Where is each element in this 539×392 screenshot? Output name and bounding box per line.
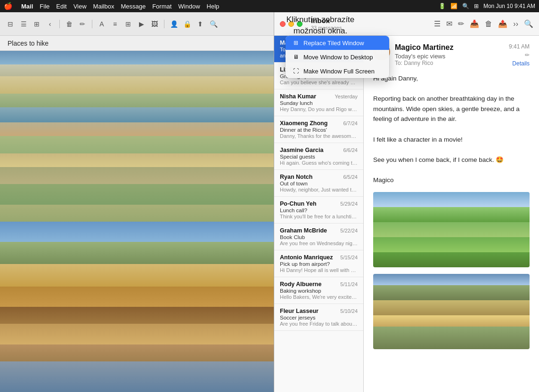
message-item[interactable]: Jasmine Garcia 6/6/24 Special guests Hi … (274, 143, 363, 170)
list-icon[interactable]: ≡ (110, 19, 120, 29)
controlcenter-icon[interactable]: ⊞ (474, 3, 479, 9)
message-list[interactable]: Magico Martinez 8:02 AM Today's epic vie… (274, 36, 364, 392)
menubar-edit[interactable]: Edit (56, 3, 66, 10)
detail-meta: Magico Martinez Today's epic views To: D… (395, 43, 453, 66)
grid-view-icon[interactable]: ⊞ (32, 19, 41, 29)
list-view-icon[interactable]: ☰ (19, 19, 28, 29)
toolbar-separator (59, 20, 60, 28)
photo-river (0, 51, 274, 222)
apple-menu[interactable]: 🍎 (4, 2, 13, 10)
fullscreen-icon: ⛶ (292, 67, 300, 75)
left-pane-title: Places to hike (8, 40, 49, 47)
menubar-view[interactable]: View (74, 3, 87, 10)
menubar-help[interactable]: Help (207, 3, 220, 10)
main-area: ⊟ ☰ ⊞ ‹ 🗑 ✏ A ≡ ⊞ ▶ 🖼 👤 🔒 ⬆ 🔍 Places to … (0, 12, 539, 392)
dropdown-item-label-2: Move Window to Desktop (303, 54, 373, 61)
new-message-icon[interactable]: ✉ (446, 19, 452, 28)
delete-icon[interactable]: 🗑 (65, 19, 74, 29)
detail-subject: Today's epic views (395, 53, 453, 60)
mail-toolbar-icons: ☰ ✉ ✏ 📥 🗑 📤 ›› 🔍 (434, 19, 533, 28)
dropdown-item-replace[interactable]: ⊞ Replace Tiled Window (286, 36, 389, 50)
dropdown-item-fullscreen[interactable]: ⛶ Make Window Full Screen (286, 64, 389, 78)
detail-image-2 (373, 274, 530, 349)
left-pane: ⊟ ☰ ⊞ ‹ 🗑 ✏ A ≡ ⊞ ▶ 🖼 👤 🔒 ⬆ 🔍 Places to … (0, 12, 274, 392)
battery-icon: 🔋 (439, 3, 446, 9)
share-icon[interactable]: ⬆ (196, 19, 205, 29)
detail-time: 9:41 AM (509, 43, 530, 50)
toolbar-separator-3 (164, 20, 164, 28)
message-item[interactable]: Xiaomeng Zhong 6/7/24 Dinner at the Rico… (274, 116, 363, 143)
search-mail-icon[interactable]: 🔍 (524, 19, 533, 28)
person-icon[interactable]: 👤 (169, 19, 179, 29)
detail-body: Hi again Danny, Reporting back on anothe… (373, 73, 530, 185)
table-icon[interactable]: ⊞ (123, 19, 133, 29)
compose-icon[interactable]: ✏ (78, 19, 87, 29)
dropdown-item-label: Replace Tiled Window (303, 40, 364, 47)
back-icon[interactable]: ‹ (45, 19, 55, 29)
menubar: 🍎 Mail File Edit View Mailbox Message Fo… (0, 0, 539, 12)
detail-header: MM Magico Martinez Today's epic views To… (373, 43, 530, 67)
menubar-format[interactable]: Format (152, 3, 172, 10)
message-item[interactable]: Rody Albuerne 5/11/24 Baking workshop He… (274, 277, 363, 304)
dropdown-item-label-3: Make Window Full Screen (303, 68, 375, 75)
replace-window-icon: ⊞ (292, 39, 300, 47)
message-item[interactable]: Fleur Lasseur 5/10/24 Soccer jerseys Are… (274, 304, 363, 331)
media-icon[interactable]: ▶ (137, 19, 146, 29)
lock-icon[interactable]: 🔒 (182, 19, 192, 29)
move-icon[interactable]: 📤 (498, 19, 507, 28)
message-item[interactable]: Po-Chun Yeh 5/29/24 Lunch call? Think yo… (274, 197, 363, 224)
detail-image-1 (373, 192, 530, 267)
detail-to: To: Danny Rico (395, 60, 453, 66)
detail-sender-name: Magico Martinez (395, 43, 453, 52)
message-item[interactable]: Graham McBride 5/22/24 Book Club Are you… (274, 224, 363, 250)
dropdown-menu: ⊞ Replace Tiled Window 🖥 Move Window to … (286, 36, 389, 78)
toolbar-separator-2 (92, 20, 92, 28)
message-detail: MM Magico Martinez Today's epic views To… (364, 36, 539, 392)
reply-icon-small: ✏ (525, 52, 530, 58)
annotation-text: Kliknutím zobrazíte možnosti okna. (273, 14, 368, 37)
left-toolbar: ⊟ ☰ ⊞ ‹ 🗑 ✏ A ≡ ⊞ ▶ 🖼 👤 🔒 ⬆ 🔍 (0, 12, 274, 36)
menubar-mailbox[interactable]: Mailbox (93, 3, 114, 10)
datetime-display: Mon Jun 10 9:41 AM (483, 3, 535, 9)
message-item[interactable]: Antonio Manriquez 5/15/24 Pick up from a… (274, 250, 363, 277)
mail-content: Magico Martinez 8:02 AM Today's epic vie… (274, 36, 539, 392)
menubar-app[interactable]: Mail (21, 3, 33, 10)
right-pane: Inbox 33 messages ☰ ✉ ✏ 📥 🗑 📤 ›› 🔍 ⊞ Rep… (274, 12, 539, 392)
photo-arch (0, 222, 274, 392)
archive-icon[interactable]: 📥 (470, 19, 479, 28)
menubar-window[interactable]: Window (178, 3, 200, 10)
move-desktop-icon: 🖥 (292, 53, 300, 61)
left-title-bar: Places to hike (0, 36, 274, 51)
compose-icon[interactable]: ✏ (458, 19, 464, 28)
sidebar-toggle-icon[interactable]: ⊟ (6, 19, 15, 29)
image-icon[interactable]: 🖼 (150, 19, 159, 29)
search-menubar-icon[interactable]: 🔍 (462, 3, 469, 9)
details-link[interactable]: Details (512, 60, 530, 67)
dropdown-item-move[interactable]: 🖥 Move Window to Desktop (286, 50, 389, 64)
message-item[interactable]: Ryan Notch 6/5/24 Out of town Howdy, nei… (274, 170, 363, 197)
trash-icon[interactable]: 🗑 (485, 20, 492, 28)
more-icon[interactable]: ›› (513, 20, 518, 28)
menubar-message[interactable]: Message (121, 3, 146, 10)
filter-icon[interactable]: ☰ (434, 19, 441, 28)
wifi-icon: 📶 (450, 3, 457, 9)
font-icon[interactable]: A (97, 19, 106, 29)
photos-container (0, 51, 274, 392)
menubar-file[interactable]: File (40, 3, 49, 10)
message-item[interactable]: Nisha Kumar Yesterday Sunday lunch Hey D… (274, 89, 363, 116)
search-left-icon[interactable]: 🔍 (209, 19, 218, 29)
